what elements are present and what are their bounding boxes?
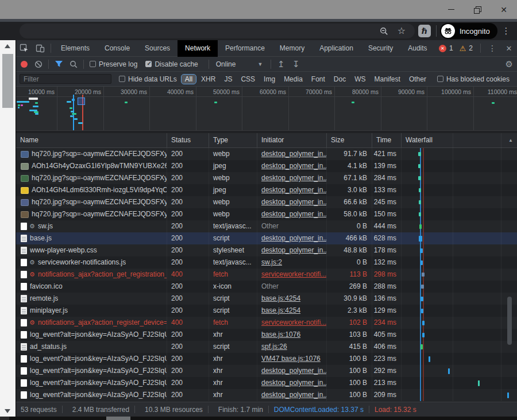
error-badge-icon[interactable]: ✕ bbox=[439, 45, 446, 52]
export-har-icon[interactable]: ↧ bbox=[288, 59, 303, 69]
throttling-select[interactable]: Online bbox=[216, 60, 236, 68]
column-header-name[interactable]: Name bbox=[16, 133, 167, 147]
table-row[interactable]: miniplayer.js200scriptbase.js:42542.3 kB… bbox=[16, 305, 517, 317]
initiator-link[interactable]: desktop_polymer_in... bbox=[261, 186, 327, 194]
column-header-type[interactable]: Type bbox=[209, 133, 257, 147]
table-row[interactable]: ad_status.js200scriptspf.js:26415 B406 m… bbox=[16, 341, 517, 353]
tab-sources[interactable]: Sources bbox=[137, 40, 178, 57]
close-button[interactable]: ✕ bbox=[491, 0, 517, 19]
error-count[interactable]: 1 bbox=[449, 44, 453, 52]
table-row[interactable]: hq720.jpg?sqp=-oaymwEZCNAFEJQDSFXyq4...2… bbox=[16, 148, 517, 160]
browser-menu-button[interactable]: ⋮ bbox=[499, 24, 514, 38]
initiator-link[interactable]: desktop_polymer_in... bbox=[261, 367, 327, 375]
tab-network[interactable]: Network bbox=[178, 40, 218, 57]
filter-type-img[interactable]: Img bbox=[260, 75, 279, 84]
table-row[interactable]: hq720.jpg?sqp=-oaymwEZCNAFEJQDSFXyq4...2… bbox=[16, 196, 517, 208]
tab-performance[interactable]: Performance bbox=[218, 40, 272, 57]
table-scrollbar-thumb[interactable] bbox=[507, 297, 512, 345]
devtools-menu-button[interactable]: ⋮ bbox=[486, 44, 499, 53]
table-row[interactable]: log_event?alt=json&key=AIzaSyAO_FJ2SIqU8… bbox=[16, 389, 517, 401]
table-row[interactable]: log_event?alt=json&key=AIzaSyAO_FJ2SIqU8… bbox=[16, 329, 517, 341]
table-row[interactable]: www-player-webp.css200stylesheetdesktop_… bbox=[16, 244, 517, 256]
preserve-log-label[interactable]: Preserve log bbox=[99, 60, 137, 68]
initiator-link[interactable]: base.js:1076 bbox=[261, 330, 300, 339]
hide-data-urls-label[interactable]: Hide data URLs bbox=[128, 75, 177, 83]
tab-console[interactable]: Console bbox=[97, 40, 137, 57]
initiator-link[interactable]: desktop_polymer_in... bbox=[261, 150, 327, 158]
column-header-status[interactable]: Status bbox=[167, 133, 209, 147]
initiator-link[interactable]: spf.js:26 bbox=[261, 343, 287, 351]
disable-cache-label[interactable]: Disable cache bbox=[155, 60, 198, 68]
filter-type-other[interactable]: Other bbox=[406, 75, 430, 84]
filter-type-manifest[interactable]: Manifest bbox=[371, 75, 404, 84]
filter-type-font[interactable]: Font bbox=[308, 75, 329, 84]
table-row[interactable]: hq720.jpg?sqp=-oaymwEZCNAFEJQDSFXyq4...2… bbox=[16, 172, 517, 184]
disable-cache-checkbox[interactable] bbox=[145, 61, 152, 67]
column-header-initiator[interactable]: Initiator bbox=[257, 133, 327, 147]
initiator-link[interactable]: desktop_polymer_in... bbox=[261, 246, 327, 254]
bookmark-star-icon[interactable]: ☆ bbox=[398, 26, 406, 36]
initiator-link[interactable]: desktop_polymer_in... bbox=[261, 198, 327, 206]
page-scrollbar-thumb[interactable] bbox=[2, 54, 13, 108]
filter-type-doc[interactable]: Doc bbox=[330, 75, 349, 84]
chevron-down-icon[interactable]: ▼ bbox=[257, 61, 263, 67]
page-scrollbar[interactable] bbox=[0, 40, 16, 417]
extension-icon[interactable]: ℏ bbox=[418, 25, 431, 37]
initiator-link[interactable]: desktop_polymer_in... bbox=[261, 210, 327, 218]
initiator-link[interactable]: base.js:4254 bbox=[261, 294, 300, 302]
initiator-link[interactable]: serviceworker-notifi... bbox=[261, 270, 326, 278]
sort-ascending-icon[interactable]: ▲ bbox=[508, 133, 513, 147]
initiator-link[interactable]: desktop_polymer_in... bbox=[261, 234, 327, 242]
initiator-link[interactable]: VM47 base.js:1076 bbox=[261, 355, 321, 363]
column-header-waterfall[interactable]: Waterfall▲ bbox=[402, 133, 517, 147]
initiator-link[interactable]: serviceworker-notifi... bbox=[261, 318, 326, 326]
minimize-button[interactable] bbox=[438, 0, 464, 19]
table-row[interactable]: hq720.jpg?sqp=-oaymwEZCNAFEJQDSFXyq4...2… bbox=[16, 208, 517, 220]
table-row[interactable]: remote.js200scriptbase.js:425430.9 kB136… bbox=[16, 293, 517, 305]
search-button[interactable] bbox=[66, 57, 81, 71]
filter-type-all[interactable]: All bbox=[182, 75, 196, 84]
network-overview-timeline[interactable]: 10000 ms20000 ms30000 ms40000 ms50000 ms… bbox=[16, 87, 517, 131]
column-header-size[interactable]: Size bbox=[327, 133, 372, 147]
table-row[interactable]: AOh14Gh4yOzaxG1I6Ylp8wTMN9YUBXe26PF...20… bbox=[16, 160, 517, 172]
scroll-up-arrow-icon[interactable] bbox=[5, 44, 10, 48]
preserve-log-checkbox[interactable] bbox=[90, 61, 96, 67]
warning-count[interactable]: 2 bbox=[469, 44, 473, 52]
table-row[interactable]: ⚙sw.js200text/javasc...Other0 B444 ms bbox=[16, 220, 517, 232]
column-header-time[interactable]: Time bbox=[372, 133, 402, 147]
table-row[interactable]: log_event?alt=json&key=AIzaSyAO_FJ2SIqU8… bbox=[16, 377, 517, 389]
tab-elements[interactable]: Elements bbox=[53, 40, 97, 57]
table-row[interactable]: AOh14Gh4Ldm6l330Rmh-iozgL5Vi9dp4YqCp...2… bbox=[16, 184, 517, 196]
warning-badge-icon[interactable]: ⚠ bbox=[460, 45, 466, 52]
initiator-link[interactable]: sw.js:2 bbox=[261, 258, 282, 266]
initiator-link[interactable]: desktop_polymer_in... bbox=[261, 174, 327, 182]
zoom-icon[interactable] bbox=[380, 27, 388, 36]
tab-application[interactable]: Application bbox=[312, 40, 361, 57]
tab-audits[interactable]: Audits bbox=[400, 40, 434, 57]
table-row[interactable]: ⚙serviceworker-notifications.js200text/j… bbox=[16, 256, 517, 269]
initiator-link[interactable]: base.js:4254 bbox=[261, 306, 300, 314]
table-row[interactable]: favicon.ico200x-iconOther269 B288 ms bbox=[16, 281, 517, 293]
inspect-element-button[interactable] bbox=[16, 40, 32, 57]
filter-input[interactable] bbox=[20, 74, 111, 84]
initiator-link[interactable]: desktop_polymer_in... bbox=[261, 391, 327, 399]
import-har-icon[interactable]: ↥ bbox=[273, 59, 288, 69]
table-row[interactable]: log_event?alt=json&key=AIzaSyAO_FJ2SIqU8… bbox=[16, 353, 517, 365]
filter-type-media[interactable]: Media bbox=[280, 75, 306, 84]
tab-security[interactable]: Security bbox=[361, 40, 400, 57]
network-settings-gear-icon[interactable]: ⚙ bbox=[506, 59, 513, 69]
initiator-link[interactable]: desktop_polymer_in... bbox=[261, 162, 327, 170]
table-scrollbar[interactable] bbox=[507, 148, 512, 401]
scroll-down-arrow-icon[interactable] bbox=[5, 409, 10, 413]
record-button[interactable] bbox=[21, 61, 28, 68]
filter-toggle-button[interactable] bbox=[51, 57, 66, 71]
table-row[interactable]: log_event?alt=json&key=AIzaSyAO_FJ2SIqU8… bbox=[16, 365, 517, 377]
tab-memory[interactable]: Memory bbox=[272, 40, 312, 57]
table-row[interactable]: base.js200scriptdesktop_polymer_in...466… bbox=[16, 232, 517, 244]
initiator-link[interactable]: desktop_polymer_in... bbox=[261, 379, 327, 387]
blocked-cookies-label[interactable]: Has blocked cookies bbox=[446, 75, 510, 83]
filter-type-css[interactable]: CSS bbox=[237, 75, 258, 84]
devtools-close-button[interactable]: ✕ bbox=[501, 44, 516, 53]
clear-button[interactable] bbox=[31, 57, 46, 71]
table-row[interactable]: ⚙notifications_ajax?action_get_registrat… bbox=[16, 269, 517, 281]
